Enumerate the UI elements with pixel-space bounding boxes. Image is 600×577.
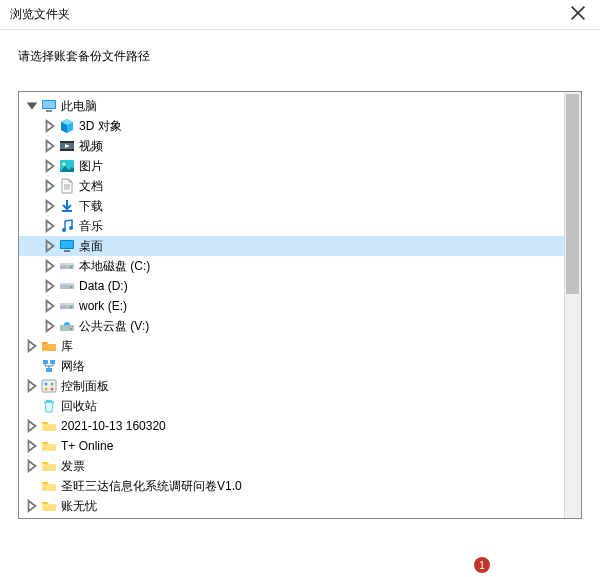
tree-item-label: 视频 [79, 138, 103, 155]
tree-item[interactable]: 图片 [19, 156, 581, 176]
svg-rect-32 [46, 368, 52, 372]
svg-point-36 [45, 388, 48, 391]
tree-item[interactable]: 本地磁盘 (C:) [19, 256, 581, 276]
tree-item[interactable]: 公共云盘 (V:) [19, 316, 581, 336]
svg-point-13 [69, 226, 73, 230]
dialog-title: 浏览文件夹 [10, 6, 70, 23]
drive-icon [59, 298, 75, 314]
chevron-right-icon[interactable] [25, 499, 39, 513]
tree-item-label: 图片 [79, 158, 103, 175]
tree-item[interactable]: work (E:) [19, 296, 581, 316]
folder-icon [41, 498, 57, 514]
tree-item[interactable]: 发票 [19, 456, 581, 476]
folder-icon [41, 478, 57, 494]
tree-item[interactable]: 桌面 [19, 236, 581, 256]
drive-icon [59, 278, 75, 294]
svg-rect-31 [50, 360, 55, 364]
tree-item[interactable]: T+ Online [19, 436, 581, 456]
svg-point-34 [45, 383, 48, 386]
tree-item-label: 3D 对象 [79, 118, 122, 135]
close-icon [570, 5, 586, 24]
chevron-right-icon[interactable] [43, 179, 57, 193]
desktop-icon [59, 238, 75, 254]
chevron-right-icon[interactable] [43, 319, 57, 333]
tree-item-label: work (E:) [79, 299, 127, 313]
svg-point-7 [63, 163, 66, 166]
chevron-right-icon[interactable] [43, 239, 57, 253]
svg-rect-4 [60, 141, 74, 143]
chevron-right-icon[interactable] [43, 279, 57, 293]
recyclebin-icon [41, 398, 57, 414]
chevron-right-icon[interactable] [43, 219, 57, 233]
chevron-down-icon[interactable] [25, 99, 39, 113]
tree-item[interactable]: 音乐 [19, 216, 581, 236]
svg-rect-33 [42, 380, 56, 392]
svg-point-20 [70, 266, 72, 268]
svg-point-26 [70, 306, 72, 308]
titlebar: 浏览文件夹 [0, 0, 600, 30]
chevron-right-icon[interactable] [43, 299, 57, 313]
tree-item[interactable]: 此电脑 [19, 96, 581, 116]
clouddrive-icon [59, 318, 75, 334]
svg-rect-16 [61, 241, 73, 248]
svg-rect-29 [42, 342, 47, 344]
documents-icon [59, 178, 75, 194]
tree-item-label: 库 [61, 338, 73, 355]
chevron-right-icon[interactable] [25, 379, 39, 393]
chevron-right-icon[interactable] [25, 459, 39, 473]
tree-item[interactable]: 视频 [19, 136, 581, 156]
libraries-icon [41, 338, 57, 354]
tree-item-label: 回收站 [61, 398, 97, 415]
scrollbar[interactable] [564, 92, 581, 518]
drive-icon [59, 258, 75, 274]
annotation-marker: 1 [474, 557, 490, 573]
svg-rect-22 [60, 283, 74, 285]
tree-item[interactable]: 文档 [19, 176, 581, 196]
tree-item-label: 控制面板 [61, 378, 109, 395]
chevron-right-icon[interactable] [43, 159, 57, 173]
chevron-right-icon[interactable] [43, 259, 57, 273]
tree-item-label: 下载 [79, 198, 103, 215]
tree-item[interactable]: 3D 对象 [19, 116, 581, 136]
tree-item[interactable]: 圣旺三达信息化系统调研问卷V1.0 [19, 476, 581, 496]
tree-item[interactable]: 2021-10-13 160320 [19, 416, 581, 436]
music-icon [59, 218, 75, 234]
tree-item[interactable]: 网络 [19, 356, 581, 376]
chevron-right-icon[interactable] [43, 199, 57, 213]
folder-tree[interactable]: 此电脑3D 对象视频图片文档下载音乐桌面本地磁盘 (C:)Data (D:)wo… [19, 92, 581, 518]
tree-item[interactable]: 控制面板 [19, 376, 581, 396]
tree-item[interactable]: Data (D:) [19, 276, 581, 296]
chevron-right-icon[interactable] [25, 419, 39, 433]
tree-item-label: T+ Online [61, 439, 113, 453]
svg-rect-5 [60, 149, 74, 151]
chevron-right-icon[interactable] [25, 339, 39, 353]
svg-rect-30 [43, 360, 48, 364]
close-button[interactable] [555, 0, 600, 30]
chevron-right-icon[interactable] [25, 439, 39, 453]
tree-item[interactable]: 下载 [19, 196, 581, 216]
svg-point-23 [70, 286, 72, 288]
tree-item[interactable]: 账无忧 [19, 496, 581, 516]
tree-item-label: 音乐 [79, 218, 103, 235]
svg-rect-1 [43, 101, 55, 108]
tree-item-label: 本地磁盘 (C:) [79, 258, 150, 275]
tree-item[interactable]: 回收站 [19, 396, 581, 416]
network-icon [41, 358, 57, 374]
scrollbar-thumb[interactable] [566, 94, 579, 294]
folder-icon [41, 438, 57, 454]
pictures-icon [59, 158, 75, 174]
tree-item-label: 文档 [79, 178, 103, 195]
chevron-right-icon[interactable] [43, 139, 57, 153]
chevron-right-icon[interactable] [43, 119, 57, 133]
tree-item-label: 发票 [61, 458, 85, 475]
svg-rect-2 [46, 110, 52, 112]
folder-tree-container: 此电脑3D 对象视频图片文档下载音乐桌面本地磁盘 (C:)Data (D:)wo… [18, 91, 582, 519]
video-icon [59, 138, 75, 154]
instruction-text: 请选择账套备份文件路径 [0, 30, 600, 83]
tree-item-label: 2021-10-13 160320 [61, 419, 166, 433]
downloads-icon [59, 198, 75, 214]
folder-icon [41, 418, 57, 434]
tree-item-label: 公共云盘 (V:) [79, 318, 149, 335]
svg-point-28 [70, 328, 72, 330]
tree-item[interactable]: 库 [19, 336, 581, 356]
